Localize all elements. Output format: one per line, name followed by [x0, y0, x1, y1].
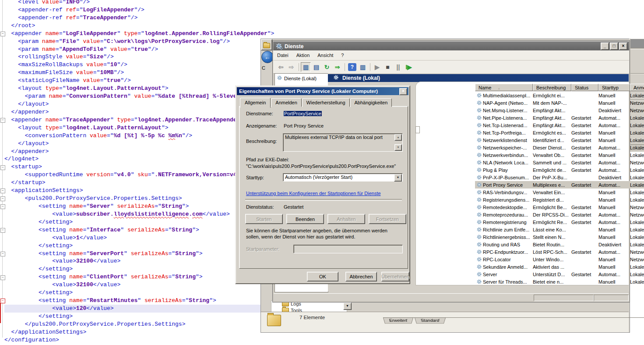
- fold-marker-icon[interactable]: −: [0, 228, 5, 233]
- code-line[interactable]: </setting>: [4, 289, 289, 297]
- column-header-starttyp[interactable]: Starttyp: [598, 84, 630, 91]
- help-icon[interactable]: ?: [348, 63, 356, 71]
- code-line[interactable]: <appender name="LogFileAppender" type="l…: [4, 30, 289, 38]
- show-console-tree-icon[interactable]: ▥: [301, 62, 311, 72]
- dialog-titlebar[interactable]: Eigenschaften von Port Proxy Service (Lo…: [237, 87, 408, 95]
- close-button[interactable]: ×: [399, 88, 407, 95]
- code-line[interactable]: <value>120</value>: [4, 305, 289, 313]
- refresh-icon[interactable]: ↻: [322, 62, 332, 72]
- fold-marker-icon[interactable]: −: [0, 32, 5, 36]
- tree-item-dienste-lokal[interactable]: Dienste (Lokal): [275, 74, 328, 82]
- column-header-beschreibung[interactable]: Beschreibung: [533, 84, 571, 91]
- table-row[interactable]: RPC-LocatorUnter Windo...ManuellNetzwerk…: [475, 256, 644, 263]
- column-header-name[interactable]: Name▲: [475, 84, 533, 91]
- dropdown-button[interactable]: ▼: [343, 302, 352, 310]
- table-row[interactable]: Port Proxy ServiceMultiplexes e...Gestar…: [475, 181, 644, 189]
- menu-item-datei[interactable]: Datei: [273, 51, 292, 59]
- column-header-status[interactable]: Status: [571, 84, 598, 91]
- code-line[interactable]: <level value="INFO"/>: [4, 0, 289, 6]
- column-header-anmeldenals[interactable]: Anmelden als: [630, 84, 644, 91]
- code-line[interactable]: <rollingStyle value="Size"/>: [4, 53, 289, 61]
- fold-marker-icon[interactable]: −: [0, 165, 5, 170]
- fold-marker-icon[interactable]: −: [0, 118, 5, 123]
- pause-service-icon[interactable]: ||: [393, 62, 403, 72]
- back-button[interactable]: ←: [261, 51, 274, 63]
- table-row[interactable]: Net.Pipe-Listenera...Empfängt Akt...Gest…: [475, 114, 644, 121]
- code-line[interactable]: <maxSizeRollBackups value="10"/>: [4, 61, 289, 69]
- tab-allgemein[interactable]: Allgemein: [240, 98, 271, 108]
- maximize-button[interactable]: □: [610, 43, 618, 50]
- export-list-icon[interactable]: ⇒: [332, 62, 342, 72]
- code-line[interactable]: <appender-ref ref="LogFileAppender"/>: [4, 6, 289, 14]
- tab-abhängigkeiten[interactable]: Abhängigkeiten: [350, 98, 392, 107]
- ok-button[interactable]: OK: [307, 272, 338, 281]
- start-service-icon[interactable]: ▶: [372, 62, 382, 72]
- forward-icon[interactable]: ⇨: [286, 62, 296, 72]
- menu-item-[interactable]: ?: [337, 51, 348, 59]
- startoptionen-help-link[interactable]: Unterstützung beim Konfigurieren der Sta…: [246, 191, 381, 196]
- code-line[interactable]: </puls200.PortProxyService.Properties.Se…: [4, 320, 289, 328]
- code-line[interactable]: <param name="AppendToFile" value="true"/…: [4, 46, 289, 53]
- tab-erweitert[interactable]: Erweitert: [383, 318, 413, 324]
- properties-icon[interactable]: ▤: [311, 62, 321, 72]
- table-row[interactable]: NLA (Network Loca...Sammelt und ...Gesta…: [475, 159, 644, 166]
- table-row[interactable]: Plug & PlayErmöglicht de...GestartetAuto…: [475, 166, 644, 174]
- startparameter-input[interactable]: [293, 245, 403, 253]
- fold-marker-icon[interactable]: −: [0, 299, 5, 303]
- starttyp-dropdown[interactable]: Automatisch (Verzögerter Start) ▼: [283, 173, 403, 181]
- table-row[interactable]: Net.Msmq-Listener...Empfängt Akt...Deakt…: [475, 107, 644, 114]
- code-line[interactable]: <setting name="RestartMinutes" serialize…: [4, 297, 289, 305]
- tab-anmelden[interactable]: Anmelden: [271, 98, 302, 107]
- table-row[interactable]: Sekundäre Anmeld...Aktiviert das ...Manu…: [475, 263, 644, 270]
- scroll-down-button[interactable]: ▼: [394, 144, 402, 151]
- table-row[interactable]: NetzwerklistendienstIdentifiziert d...Ge…: [475, 136, 644, 144]
- menu-item-ansicht[interactable]: Ansicht: [313, 51, 337, 59]
- back-icon[interactable]: ⇦: [276, 62, 286, 72]
- close-button[interactable]: ×: [619, 43, 627, 50]
- table-row[interactable]: Richtlinienergebniss...Stellt einen N...…: [475, 233, 644, 241]
- action-pane-icon[interactable]: ▥: [358, 62, 368, 72]
- table-row[interactable]: Netzwerkspeicher-...Dieser Dienst...Gest…: [475, 144, 644, 151]
- table-row[interactable]: Netzwerkverbindun...Verwaltet Ob...Gesta…: [475, 151, 644, 159]
- beschreibung-field[interactable]: Multiplexes external TCP/IP data on loca…: [283, 133, 403, 152]
- table-row[interactable]: Registrierungsdiens...Registriert di...M…: [475, 196, 644, 203]
- table-row[interactable]: Server für Threads...Bietet eine n...Man…: [475, 278, 644, 285]
- code-line[interactable]: </root>: [4, 22, 289, 30]
- table-row[interactable]: RPC-Endpunktzuor...Löst RPC-Sch...Gestar…: [475, 248, 644, 256]
- minimize-button[interactable]: _: [601, 43, 609, 50]
- fold-marker-icon[interactable]: −: [0, 189, 5, 193]
- menu-item-aktion[interactable]: Aktion: [292, 51, 314, 59]
- code-line[interactable]: <appender-ref ref="TraceAppender"/>: [4, 14, 289, 22]
- code-line[interactable]: <staticLogFileName value="true"/>: [4, 77, 289, 85]
- fold-marker-icon[interactable]: −: [0, 252, 5, 256]
- fold-marker-icon[interactable]: −: [0, 196, 5, 201]
- dienstname-value[interactable]: PortProxyService: [284, 111, 322, 116]
- table-row[interactable]: Net.Tcp-Listenerad...Empfängt Akt...Gest…: [475, 121, 644, 129]
- table-row[interactable]: NAP-Agent (Netwo...Mit dem NAP-...Manuel…: [475, 99, 644, 107]
- table-row[interactable]: Remoteprozedurau...Der RPCSS-Di...Gestar…: [475, 211, 644, 218]
- tab-wiederherstellung[interactable]: Wiederherstellung: [302, 98, 350, 107]
- chevron-down-icon[interactable]: ▼: [394, 174, 402, 181]
- window-titlebar[interactable]: Dienste _□×: [273, 41, 629, 51]
- table-row[interactable]: Remotedesktopdie...Ermöglicht Be...Gesta…: [475, 203, 644, 211]
- code-line[interactable]: </setting>: [4, 313, 289, 320]
- stop-service-icon[interactable]: ■: [383, 62, 393, 72]
- code-line[interactable]: <maximumFileSize value="10MB"/>: [4, 69, 289, 77]
- resume-service-icon[interactable]: I▶: [404, 62, 414, 72]
- table-row[interactable]: PnP-X-IP-Busenum...Der PnP-X-Bu...Deakti…: [475, 174, 644, 181]
- table-row[interactable]: ServerUnterstützt D...GestartetAutomat..…: [475, 270, 644, 278]
- code-line[interactable]: </configuration>: [4, 336, 289, 344]
- table-row[interactable]: Routing und RASBietet Routin...Deaktivie…: [475, 241, 644, 248]
- table-row[interactable]: Multimediaklassenpl...Ermöglicht ei...Ma…: [475, 92, 644, 99]
- table-row[interactable]: RemoteregistrierungErmöglicht Re...Gesta…: [475, 218, 644, 226]
- tab-standard[interactable]: Standard: [415, 318, 446, 324]
- beenden-button[interactable]: Beenden: [286, 214, 324, 224]
- table-row[interactable]: RAS-Verbindungsv...Verwaltet Ein...Manue…: [475, 189, 644, 196]
- abbrechen-button[interactable]: Abbrechen: [345, 272, 377, 281]
- table-row[interactable]: Net.Tcp-Portfreiga...Ermöglicht es...Ges…: [475, 129, 644, 136]
- table-row[interactable]: Richtlinie zum Entfe...Lässt eine Ko...M…: [475, 226, 644, 233]
- properties-dialog[interactable]: Eigenschaften von Port Proxy Service (Lo…: [235, 85, 410, 284]
- fold-marker-icon[interactable]: −: [0, 204, 5, 209]
- fold-marker-icon[interactable]: −: [0, 275, 5, 280]
- scroll-up-button[interactable]: ▲: [394, 134, 402, 141]
